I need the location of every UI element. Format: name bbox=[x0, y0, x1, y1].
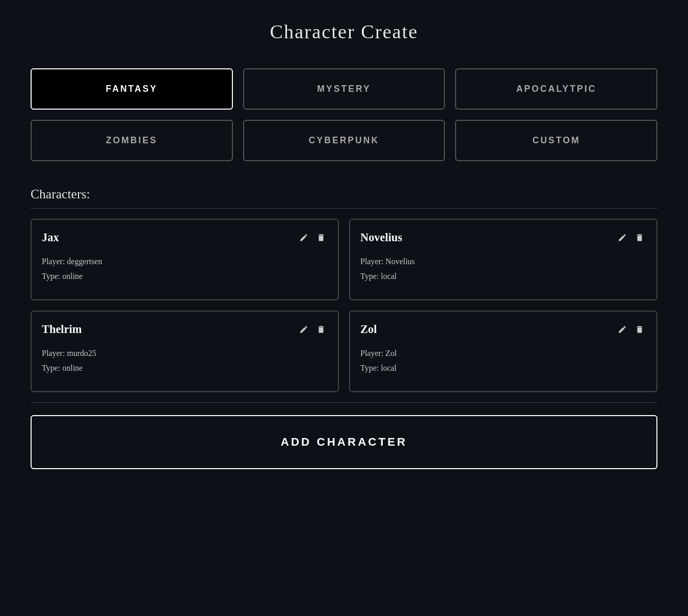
character-card-header-thelrim: Thelrim bbox=[42, 323, 328, 336]
genre-grid: FANTASYMYSTERYAPOCALYTPICZOMBIESCYBERPUN… bbox=[31, 68, 657, 161]
edit-icon-novelius bbox=[618, 233, 627, 242]
character-info-jax: Player: deggertsen Type: online bbox=[42, 254, 328, 284]
character-card-header-jax: Jax bbox=[42, 231, 328, 244]
character-type-zol: Type: local bbox=[360, 361, 646, 376]
character-card-thelrim: Thelrim Player: murdo25 Ty bbox=[31, 311, 339, 392]
character-info-zol: Player: Zol Type: local bbox=[360, 346, 646, 376]
character-type-jax: Type: online bbox=[42, 269, 328, 284]
trash-icon-novelius bbox=[635, 233, 644, 242]
section-divider-bottom bbox=[31, 402, 657, 403]
character-actions-thelrim bbox=[297, 323, 328, 336]
section-divider-top bbox=[31, 208, 657, 209]
edit-button-zol[interactable] bbox=[616, 323, 629, 336]
character-type-thelrim: Type: online bbox=[42, 361, 328, 376]
delete-button-jax[interactable] bbox=[314, 231, 328, 244]
delete-button-novelius[interactable] bbox=[633, 231, 646, 244]
edit-icon-thelrim bbox=[299, 325, 308, 334]
character-actions-jax bbox=[297, 231, 328, 244]
character-name-zol: Zol bbox=[360, 323, 377, 336]
genre-btn-apocalyptic[interactable]: APOCALYTPIC bbox=[455, 68, 657, 110]
genre-btn-cyberpunk[interactable]: CYBERPUNK bbox=[243, 120, 445, 161]
character-name-thelrim: Thelrim bbox=[42, 323, 82, 336]
delete-button-zol[interactable] bbox=[633, 323, 646, 336]
character-player-zol: Player: Zol bbox=[360, 346, 646, 361]
edit-button-jax[interactable] bbox=[297, 231, 310, 244]
genre-btn-fantasy[interactable]: FANTASY bbox=[31, 68, 233, 110]
character-name-novelius: Novelius bbox=[360, 231, 402, 244]
character-player-novelius: Player: Novelius bbox=[360, 254, 646, 269]
characters-grid: Jax Player: deggertsen Typ bbox=[31, 219, 657, 392]
trash-icon-zol bbox=[635, 325, 644, 334]
delete-button-thelrim[interactable] bbox=[314, 323, 328, 336]
genre-btn-custom[interactable]: CUSTOM bbox=[455, 120, 657, 161]
character-actions-zol bbox=[616, 323, 646, 336]
character-card-header-zol: Zol bbox=[360, 323, 646, 336]
character-player-thelrim: Player: murdo25 bbox=[42, 346, 328, 361]
character-info-thelrim: Player: murdo25 Type: online bbox=[42, 346, 328, 376]
characters-header: Characters: bbox=[31, 187, 657, 202]
character-card-novelius: Novelius Player: Novelius bbox=[349, 219, 657, 300]
genre-btn-zombies[interactable]: ZOMBIES bbox=[31, 120, 233, 161]
genre-btn-mystery[interactable]: MYSTERY bbox=[243, 68, 445, 110]
character-card-zol: Zol Player: Zol Type: loca bbox=[349, 311, 657, 392]
edit-icon-jax bbox=[299, 233, 308, 242]
page-title: Character Create bbox=[31, 20, 657, 43]
add-character-button[interactable]: ADD CHARACTER bbox=[31, 415, 657, 469]
character-name-jax: Jax bbox=[42, 231, 59, 244]
character-info-novelius: Player: Novelius Type: local bbox=[360, 254, 646, 284]
edit-button-novelius[interactable] bbox=[616, 231, 629, 244]
edit-icon-zol bbox=[618, 325, 627, 334]
character-card-header-novelius: Novelius bbox=[360, 231, 646, 244]
trash-icon-thelrim bbox=[316, 325, 326, 334]
edit-button-thelrim[interactable] bbox=[297, 323, 310, 336]
characters-section: Characters: Jax bbox=[31, 187, 657, 469]
character-card-jax: Jax Player: deggertsen Typ bbox=[31, 219, 339, 300]
trash-icon-jax bbox=[316, 233, 326, 242]
character-actions-novelius bbox=[616, 231, 646, 244]
character-player-jax: Player: deggertsen bbox=[42, 254, 328, 269]
character-type-novelius: Type: local bbox=[360, 269, 646, 284]
